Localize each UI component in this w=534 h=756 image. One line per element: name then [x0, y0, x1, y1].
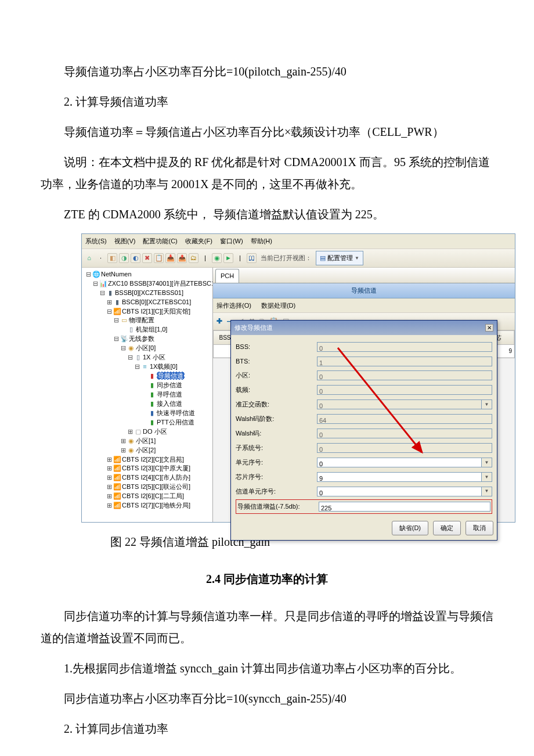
- tree-item[interactable]: 同步信道: [157, 381, 182, 388]
- node-icon: ▮: [113, 298, 121, 307]
- tree-item[interactable]: 快速寻呼信道: [157, 409, 195, 416]
- tree-item[interactable]: 小区[0]: [136, 344, 156, 351]
- menu-view[interactable]: 视图(V): [114, 237, 136, 244]
- right-pane: PCH 导频信道 操作选择(O) 数据处理(D) ✚ — ✔ ✖ ⧉ 📋 ▤ B…: [213, 268, 515, 522]
- lbl-bts: BTS:: [236, 355, 317, 368]
- tree-item[interactable]: 机架组[1,0]: [136, 326, 167, 333]
- ch-icon: ▮: [148, 399, 156, 409]
- tree-item[interactable]: CBTS I2[5][C][联运公司]: [122, 483, 190, 490]
- inp-gain[interactable]: 225: [319, 502, 490, 512]
- carrier-icon: ≡: [141, 362, 149, 372]
- globe-icon: 🌐: [92, 270, 100, 279]
- tree-root[interactable]: NetNumen: [101, 271, 132, 278]
- op-menubar[interactable]: 操作选择(O) 数据处理(D): [213, 298, 515, 314]
- tb-icon[interactable]: ◐: [131, 253, 140, 263]
- ch-icon: ▮: [148, 418, 156, 427]
- tree-item[interactable]: BSCB[0][XCZTEBSC01]: [122, 298, 191, 305]
- para-24-2: 1.先根据同步信道增益 syncch_gain 计算出同步信道功率占小区功率的百…: [41, 657, 493, 679]
- sep-icon: ·: [96, 253, 106, 263]
- tree-item[interactable]: 小区[1]: [136, 437, 156, 444]
- rf-icon: 📡: [120, 334, 128, 344]
- tree-item[interactable]: 无线参数: [129, 335, 154, 342]
- tree-item[interactable]: 小区[2]: [136, 447, 156, 453]
- bts-icon: 📶: [113, 483, 121, 492]
- para-24-1: 同步信道功率的计算与导频信道功率一样。只是同步信道的寻呼的增益设置与导频信道的信…: [41, 605, 493, 649]
- bts-icon: 📶: [113, 501, 121, 510]
- home-icon[interactable]: ⌂: [84, 253, 94, 263]
- dialog-titlebar[interactable]: 修改导频信道 ✕: [231, 321, 497, 335]
- tree-item-pilot[interactable]: 导频信道: [157, 372, 185, 380]
- tree-item[interactable]: ZXC10 BSSB[374001][许昌ZTEBSC1]: [108, 280, 213, 287]
- tree-item[interactable]: CBTS I2[1][C][天阳宾馆]: [122, 308, 190, 315]
- ok-button[interactable]: 确定: [433, 521, 461, 535]
- op-select[interactable]: 操作选择(O): [217, 302, 251, 309]
- inp-walsh: 0: [317, 429, 492, 438]
- tab-pch[interactable]: PCH: [215, 269, 239, 283]
- tree-item[interactable]: 接入信道: [157, 400, 182, 407]
- lbl-walsh-order: Walsh码阶数:: [236, 413, 317, 425]
- default-button[interactable]: 缺省(D): [392, 521, 428, 535]
- close-icon[interactable]: ✕: [485, 324, 493, 332]
- tb-icon[interactable]: 📋: [154, 253, 164, 263]
- op-data[interactable]: 数据处理(D): [261, 302, 295, 309]
- chevron-down-icon[interactable]: ▼: [482, 458, 492, 467]
- tb-icon[interactable]: ◧: [107, 253, 117, 263]
- tb-icon[interactable]: ◉: [212, 253, 222, 263]
- lbl-chip: 芯片序号:: [236, 471, 317, 483]
- tree-item[interactable]: BSSB[0][XCZTEBSS01]: [115, 289, 183, 296]
- menu-system[interactable]: 系统(S): [85, 237, 107, 244]
- chevron-down-icon[interactable]: ▼: [482, 399, 492, 409]
- tree-item[interactable]: DO 小区: [143, 428, 167, 435]
- menu-config[interactable]: 配置功能(C): [143, 237, 177, 244]
- inp-chunit[interactable]: 0: [317, 487, 482, 496]
- tree-item[interactable]: 1X载频[0]: [150, 363, 178, 370]
- tb-icon[interactable]: 🗂: [189, 253, 199, 263]
- tree-item[interactable]: CBTS I2[6][C][二工局]: [122, 492, 184, 499]
- menu-fav[interactable]: 收藏夹(F): [185, 237, 212, 244]
- ch-icon: ▮: [148, 409, 156, 418]
- inp-unit[interactable]: 0: [317, 458, 482, 467]
- tree-item[interactable]: CBTS I2[4][C][市人防办]: [122, 474, 190, 481]
- gain-row: 导频信道增益(-7.5db):225: [236, 499, 492, 514]
- panel-title: 导频信道: [213, 283, 515, 298]
- tb-icon[interactable]: ◑: [119, 253, 129, 263]
- menu-help[interactable]: 帮助(H): [251, 237, 272, 244]
- tree-item[interactable]: CBTS I2[3][C][中原大厦]: [122, 465, 190, 471]
- lbl-bss: BSS:: [236, 341, 317, 353]
- inp-carrier: 0: [317, 385, 492, 395]
- menu-window[interactable]: 窗口(W): [220, 237, 243, 244]
- tb-icon[interactable]: 📤: [177, 253, 187, 263]
- inp-bss: 0: [317, 342, 492, 352]
- dialog-title: 修改导频信道: [234, 322, 273, 334]
- app-window: 系统(S) 视图(V) 配置功能(C) 收藏夹(F) 窗口(W) 帮助(H) ⌂…: [81, 233, 515, 523]
- para-formula2: 导频信道功率＝导频信道占小区功率百分比×载频设计功率（CELL_PWR）: [41, 121, 493, 143]
- tb-icon[interactable]: 📥: [165, 253, 175, 263]
- tree-item[interactable]: 寻呼信道: [157, 391, 182, 398]
- menubar[interactable]: 系统(S) 视图(V) 配置功能(C) 收藏夹(F) 窗口(W) 帮助(H): [82, 234, 515, 249]
- lbl-gain: 导频信道增益(-7.5db):: [237, 501, 319, 513]
- list-icon: ▤: [320, 252, 326, 264]
- chevron-down-icon[interactable]: ▼: [482, 487, 492, 496]
- bts-icon: 📶: [113, 455, 121, 465]
- tree-pane[interactable]: ⊟🌐NetNumen ⊟📊ZXC10 BSSB[374001][许昌ZTEBSC…: [82, 268, 213, 522]
- heading-2-4: 2.4 同步信道功率的计算: [41, 568, 493, 590]
- tree-item[interactable]: CBTS I2[2][C][文昌苑]: [122, 456, 184, 463]
- tb-icon[interactable]: 🕮: [247, 253, 257, 263]
- plus-icon[interactable]: ✚: [217, 315, 222, 328]
- inp-walsh-order: 64: [317, 414, 492, 424]
- node-icon: ▮: [106, 289, 114, 298]
- tree-item[interactable]: 1X 小区: [143, 354, 165, 361]
- view-select[interactable]: ▤ 配置管理 ▼: [316, 251, 363, 265]
- tree-item[interactable]: PTT公用信道: [157, 419, 194, 426]
- inp-chip[interactable]: 9: [317, 472, 482, 482]
- tree-item[interactable]: 物理配置: [129, 316, 154, 323]
- lbl-qof: 准正交函数:: [236, 398, 317, 411]
- tb-icon[interactable]: ✖: [142, 253, 152, 263]
- edit-dialog: 修改导频信道 ✕ BSS:0 BTS:1 小区:0 载频:0 准正交函数:0▼ …: [230, 320, 497, 541]
- cell-icon: ◉: [127, 446, 135, 455]
- chevron-down-icon[interactable]: ▼: [482, 472, 492, 482]
- cancel-button[interactable]: 取消: [466, 521, 493, 535]
- tree-item[interactable]: CBTS I2[7][C][地铁分局]: [122, 502, 190, 509]
- tb-icon[interactable]: ►: [223, 253, 233, 263]
- sep-icon: |: [200, 253, 210, 263]
